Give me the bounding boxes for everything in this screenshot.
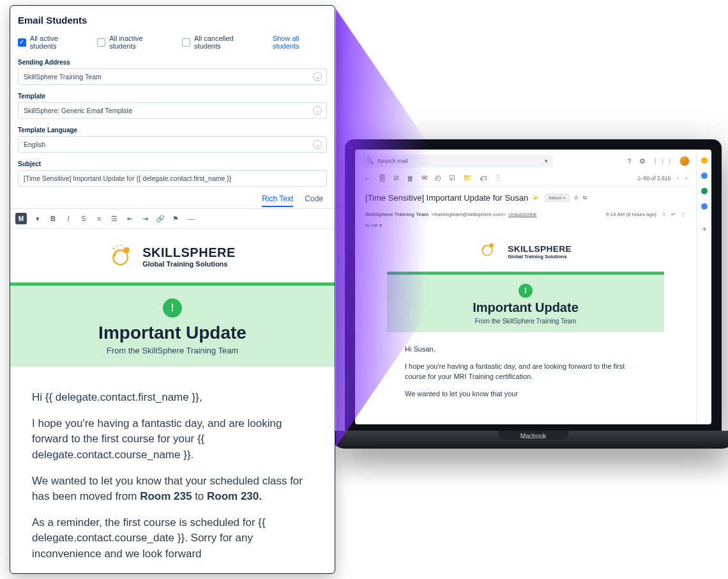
editor-tabs: Rich Text Code	[18, 194, 327, 207]
chevron-down-icon: ⌄	[313, 106, 322, 115]
bold-icon[interactable]: B	[49, 215, 57, 222]
chevron-down-icon: ▾	[545, 158, 548, 164]
brand-logo: SKILLSPHERE Global Training Solutions	[10, 243, 335, 270]
popout-icon[interactable]: ⧉	[583, 195, 587, 201]
italic-icon[interactable]: I	[64, 215, 73, 222]
sidebar-app-icon[interactable]	[701, 188, 708, 194]
label-icon[interactable]: 🏷	[480, 174, 487, 182]
tab-code[interactable]: Code	[305, 194, 323, 207]
chevron-down-icon[interactable]: ▾	[33, 215, 42, 223]
svg-rect-1	[124, 247, 130, 253]
body-paragraph: We wanted to let you know that your	[405, 389, 646, 399]
sidebar-app-icon[interactable]	[701, 157, 708, 164]
filter-label: All cancelled students	[194, 35, 261, 50]
field-label: Template Language	[18, 127, 327, 134]
svg-point-4	[121, 244, 122, 245]
subject-input[interactable]: [Time Sensitive] Important Update for {{…	[18, 170, 327, 187]
indent-icon[interactable]: ⇥	[140, 215, 149, 223]
hr-icon[interactable]: ―	[186, 215, 195, 222]
inbox-badge[interactable]: Inbox ×	[545, 194, 569, 202]
rich-text-toolbar: M ▾ B I S ≡ ☰ ⇤ ⇥ 🔗 ⚑ ―	[10, 208, 335, 229]
strike-icon[interactable]: S	[79, 215, 88, 222]
panel-title: Email Students	[18, 15, 327, 26]
print-icon[interactable]: ⎙	[575, 195, 578, 201]
template-select[interactable]: SkillSphere: Generic Email Template	[18, 102, 327, 119]
message-time: 9:14 AM (8 hours ago)	[606, 212, 656, 217]
star-icon[interactable]: ☆	[662, 212, 666, 217]
move-icon[interactable]: 📁	[463, 174, 472, 182]
field-sending-address: Sending Address SkillSphere Training Tea…	[18, 59, 327, 85]
banner-subtitle: From the SkillSphere Training Team	[17, 346, 328, 355]
help-icon[interactable]: ？	[626, 157, 633, 166]
body-paragraph: I hope you're having a fantastic day, an…	[32, 416, 313, 463]
checkbox-icon	[182, 38, 190, 47]
filter-cancelled-checkbox[interactable]: All cancelled students	[182, 35, 261, 50]
tab-rich-text[interactable]: Rich Text	[262, 194, 293, 207]
greeting-line: Hi {{ delegate.contact.first_name }},	[32, 390, 313, 406]
field-label: Template	[18, 93, 327, 100]
field-label: Subject	[18, 160, 327, 167]
from-email: <trainingteam@skillsphere.com>	[431, 212, 506, 217]
more-icon[interactable]: ⋮	[494, 174, 501, 182]
brand-name: SKILLSPHERE	[142, 245, 236, 260]
next-icon[interactable]: ›	[685, 175, 687, 181]
message-count: 1–50 of 2,619	[637, 175, 671, 181]
filter-inactive-checkbox[interactable]: All inactive students	[97, 35, 171, 50]
svg-point-2	[113, 248, 114, 249]
field-template: Template SkillSphere: Generic Email Temp…	[18, 93, 327, 119]
checkbox-icon: ✓	[18, 38, 26, 47]
add-icon[interactable]: ＋	[701, 224, 708, 235]
list-ol-icon[interactable]: ☰	[110, 215, 119, 223]
checkbox-icon	[97, 38, 105, 47]
flag-icon[interactable]: ⚑	[171, 215, 180, 223]
outdent-icon[interactable]: ⇤	[125, 215, 134, 223]
body-paragraph: We wanted to let you know that your sche…	[32, 474, 313, 505]
template-language-select[interactable]: English	[18, 136, 327, 153]
filter-label: All active students	[30, 35, 86, 50]
field-template-language: Template Language English ⌄	[18, 127, 327, 153]
prev-icon[interactable]: ‹	[677, 175, 679, 181]
gear-icon[interactable]: ⚙	[639, 157, 646, 166]
task-icon[interactable]: ☑	[449, 174, 455, 182]
sidebar-app-icon[interactable]	[701, 203, 708, 210]
inbox-sidebar: ＋	[696, 150, 711, 424]
sending-address-select[interactable]: SkillSphere Training Team	[18, 68, 327, 85]
student-filter-row: ✓ All active students All inactive stude…	[18, 35, 327, 50]
laptop-label: Macbook	[520, 433, 547, 440]
brand-mark-icon	[109, 243, 136, 270]
more-icon[interactable]: ⋮	[681, 212, 686, 217]
block-style-button[interactable]: M	[15, 213, 27, 224]
email-body[interactable]: Hi {{ delegate.contact.first_name }}, I …	[10, 367, 335, 562]
email-banner: ! Important Update From the SkillSphere …	[10, 282, 335, 367]
brand-mark-icon	[480, 240, 503, 263]
brand-logo: SKILLSPHERE Global Training Solutions	[408, 240, 644, 263]
chevron-down-icon: ⌄	[313, 72, 322, 81]
chevron-down-icon: ⌄	[313, 140, 322, 149]
svg-point-3	[116, 245, 118, 247]
body-paragraph: I hope you're having a fantastic day, an…	[405, 361, 646, 382]
email-composer-panel: Email Students ✓ All active students All…	[10, 5, 335, 574]
filter-label: All inactive students	[109, 35, 171, 50]
laptop-base: Macbook	[333, 431, 728, 449]
link-icon[interactable]: 🔗	[156, 215, 165, 223]
field-subject: Subject [Time Sensitive] Important Updat…	[18, 160, 327, 187]
brand-name: SKILLSPHERE	[508, 244, 572, 254]
field-label: Sending Address	[18, 59, 327, 66]
filter-active-checkbox[interactable]: ✓ All active students	[18, 35, 86, 50]
important-icon[interactable]: ⮚	[533, 194, 540, 201]
alert-icon: !	[163, 298, 182, 318]
brand-tagline: Global Training Solutions	[142, 260, 236, 268]
show-all-students-link[interactable]: Show all students	[273, 35, 327, 50]
banner-subtitle: From the SkillSphere Training Team	[392, 318, 659, 325]
avatar[interactable]	[679, 156, 690, 166]
alert-icon: !	[519, 284, 533, 298]
apps-grid-icon[interactable]: ⋮⋮⋮	[652, 157, 673, 166]
svg-rect-6	[490, 243, 494, 247]
sidebar-app-icon[interactable]	[701, 173, 708, 179]
reply-icon[interactable]: ↩	[671, 212, 676, 217]
unsubscribe-link[interactable]: Unsubscribe	[508, 212, 536, 217]
list-ul-icon[interactable]: ≡	[95, 215, 103, 222]
email-canvas[interactable]: SKILLSPHERE Global Training Solutions ! …	[10, 229, 335, 573]
banner-title: Important Update	[17, 323, 328, 343]
body-paragraph: As a reminder, the first course is sched…	[32, 515, 313, 562]
